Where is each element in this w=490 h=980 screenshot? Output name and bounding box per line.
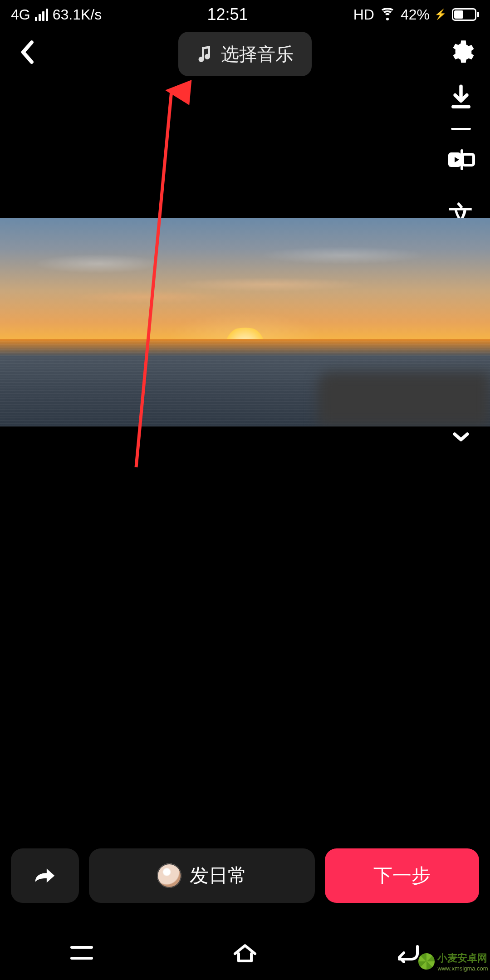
download-icon bbox=[449, 84, 473, 112]
gear-icon bbox=[446, 38, 475, 66]
menu-icon bbox=[69, 944, 94, 962]
bottom-actions: 发日常 下一步 bbox=[11, 848, 479, 903]
clip-button[interactable] bbox=[445, 143, 477, 176]
watermark: 小麦安卓网 www.xmsigma.com bbox=[419, 946, 487, 977]
chevron-down-icon bbox=[451, 430, 470, 443]
next-label: 下一步 bbox=[373, 863, 431, 888]
toolbar-divider bbox=[451, 128, 471, 130]
clip-icon bbox=[446, 148, 475, 172]
select-music-button[interactable]: 选择音乐 bbox=[178, 32, 312, 76]
battery-icon bbox=[452, 8, 479, 21]
share-arrow-icon bbox=[33, 866, 57, 886]
settings-button[interactable] bbox=[444, 35, 477, 69]
charging-icon: ⚡ bbox=[434, 9, 446, 20]
music-note-icon bbox=[196, 44, 213, 64]
status-time: 12:51 bbox=[207, 5, 248, 24]
download-button[interactable] bbox=[445, 82, 477, 114]
home-icon bbox=[231, 942, 259, 964]
post-daily-button[interactable]: 发日常 bbox=[89, 848, 315, 903]
back-button[interactable] bbox=[11, 36, 43, 68]
watermark-sub: www.xmsigma.com bbox=[437, 965, 488, 972]
nav-menu-button[interactable] bbox=[54, 939, 109, 966]
nav-home-button[interactable] bbox=[218, 939, 272, 966]
topbar: 选择音乐 bbox=[0, 32, 490, 77]
wifi-icon bbox=[380, 9, 395, 20]
status-bar: 4G 63.1K/s 12:51 HD 42% ⚡ bbox=[0, 0, 490, 29]
signal-icon bbox=[35, 8, 48, 21]
battery-percent: 42% bbox=[401, 6, 430, 23]
status-left: 4G 63.1K/s bbox=[11, 6, 102, 23]
hd-label: HD bbox=[353, 6, 374, 23]
back-icon bbox=[19, 40, 34, 64]
share-button[interactable] bbox=[11, 848, 79, 903]
video-preview[interactable] bbox=[0, 218, 490, 426]
preview-clouds bbox=[0, 239, 490, 322]
annotation-arrow bbox=[0, 0, 490, 980]
post-daily-label: 发日常 bbox=[190, 863, 247, 888]
preview-smudge bbox=[318, 372, 490, 426]
network-type: 4G bbox=[11, 6, 30, 23]
system-navbar bbox=[0, 926, 490, 980]
watermark-leaf-icon bbox=[418, 953, 435, 970]
select-music-label: 选择音乐 bbox=[221, 42, 294, 67]
next-button[interactable]: 下一步 bbox=[325, 848, 479, 903]
status-right: HD 42% ⚡ bbox=[353, 6, 479, 23]
avatar bbox=[157, 863, 181, 888]
data-rate: 63.1K/s bbox=[53, 6, 102, 23]
svg-rect-3 bbox=[463, 154, 474, 165]
watermark-title: 小麦安卓网 bbox=[437, 951, 488, 965]
